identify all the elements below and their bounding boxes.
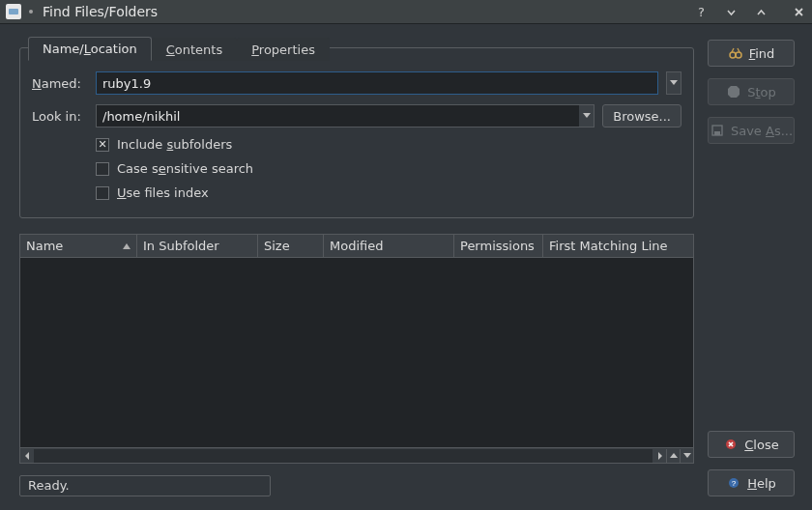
column-header-size[interactable]: Size: [258, 234, 324, 258]
app-icon: [6, 4, 21, 19]
results-body[interactable]: [19, 258, 694, 448]
save-as-button[interactable]: Save As...: [708, 117, 795, 144]
use-index-checkbox[interactable]: [96, 186, 109, 200]
horizontal-scrollbar[interactable]: [19, 448, 694, 464]
case-sensitive-checkbox[interactable]: [96, 162, 109, 176]
tab-label: Contents: [166, 42, 222, 57]
close-icon: [723, 437, 739, 452]
include-subfolders-checkbox[interactable]: ✕: [96, 138, 109, 152]
search-criteria-group: Name/Location Contents Properties Named:…: [19, 47, 694, 218]
minimize-button[interactable]: [724, 5, 739, 19]
modified-indicator: [29, 10, 33, 14]
scroll-track[interactable]: [34, 449, 652, 463]
column-header-name[interactable]: Name: [19, 234, 137, 258]
svg-point-0: [730, 52, 736, 58]
save-icon: [710, 123, 725, 138]
help-titlebar-button[interactable]: ?: [694, 5, 709, 19]
close-window-button[interactable]: [792, 5, 806, 19]
svg-rect-4: [714, 131, 720, 135]
scroll-next-result[interactable]: [680, 449, 693, 463]
named-history-dropdown[interactable]: [666, 71, 682, 95]
binoculars-icon: [728, 45, 743, 61]
checkbox-label: Use files index: [117, 185, 209, 200]
named-input[interactable]: [96, 71, 658, 95]
svg-text:?: ?: [732, 479, 737, 488]
column-header-firstmatch[interactable]: First Matching Line: [543, 234, 694, 258]
titlebar: Find Files/Folders ?: [0, 0, 812, 24]
help-icon: ?: [726, 475, 741, 491]
checkbox-label: Case sensitive search: [117, 161, 253, 176]
lookin-label: Look in:: [32, 109, 88, 124]
stop-icon: [726, 84, 741, 99]
tabstrip: Name/Location Contents Properties: [28, 37, 330, 61]
button-label: Stop: [747, 85, 776, 99]
find-button[interactable]: Find: [708, 40, 795, 67]
tab-contents[interactable]: Contents: [152, 38, 237, 61]
close-button[interactable]: Close: [708, 431, 795, 458]
status-bar: Ready.: [19, 475, 271, 496]
scroll-right-icon[interactable]: [652, 449, 666, 463]
column-header-permissions[interactable]: Permissions: [454, 234, 543, 258]
column-header-subfolder[interactable]: In Subfolder: [137, 234, 258, 258]
named-label: Named:: [32, 76, 88, 91]
tab-label: Properties: [251, 42, 315, 57]
tab-label: Name/Location: [43, 42, 137, 56]
button-label: Save As...: [731, 124, 793, 138]
scroll-prev-result[interactable]: [666, 449, 680, 463]
lookin-dropdown[interactable]: [579, 104, 594, 128]
button-label: Browse...: [613, 109, 671, 124]
button-label: Help: [747, 476, 776, 491]
window-title: Find Files/Folders: [43, 4, 158, 19]
stop-button[interactable]: Stop: [708, 78, 795, 105]
button-label: Find: [749, 46, 775, 61]
scroll-left-icon[interactable]: [20, 449, 34, 463]
svg-point-1: [736, 52, 741, 58]
results-table: Name In Subfolder Size Modified Permissi…: [19, 234, 694, 464]
button-label: Close: [744, 438, 778, 452]
checkbox-label: Include subfolders: [117, 137, 232, 152]
tab-name-location[interactable]: Name/Location: [28, 37, 152, 61]
help-button[interactable]: ? Help: [708, 469, 795, 496]
browse-button[interactable]: Browse...: [602, 104, 682, 128]
lookin-input[interactable]: [96, 104, 579, 128]
maximize-button[interactable]: [754, 5, 768, 19]
column-header-modified[interactable]: Modified: [324, 234, 454, 258]
svg-marker-2: [728, 86, 740, 98]
tab-properties[interactable]: Properties: [237, 38, 330, 61]
